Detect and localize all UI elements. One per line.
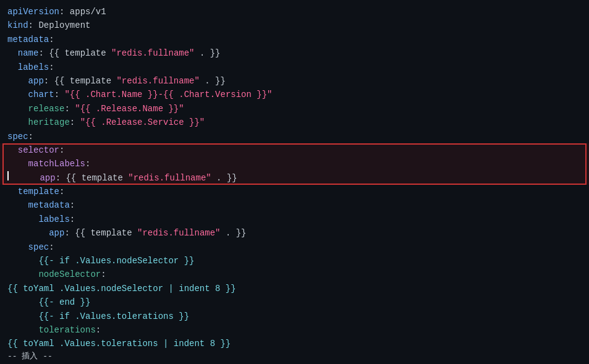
code-token: selector xyxy=(7,143,59,157)
code-line: {{ toYaml .Values.nodeSelector | indent … xyxy=(0,282,589,295)
code-token: : xyxy=(28,130,33,143)
code-token: . }} xyxy=(211,171,237,185)
code-token: : xyxy=(49,61,54,74)
code-token: spec xyxy=(7,240,49,254)
status-bar: -- 插入 -- xyxy=(0,349,589,364)
code-token: apps/v1 xyxy=(70,5,106,19)
code-line: apiVersion: apps/v1 xyxy=(0,5,589,19)
code-token: {{ template xyxy=(54,74,117,88)
code-token: {{ template xyxy=(75,226,137,240)
code-line: {{- end }} xyxy=(0,295,589,309)
code-token: Deployment xyxy=(38,19,90,32)
code-token: "redis.fullname" xyxy=(128,171,211,185)
code-line: kind: Deployment xyxy=(0,19,589,32)
code-token: : xyxy=(38,46,49,60)
code-token: : xyxy=(70,116,80,129)
code-token: metadata xyxy=(7,198,70,212)
code-token: : xyxy=(49,240,54,254)
code-token: nodeSelector xyxy=(7,268,101,281)
code-token: {{ template xyxy=(66,171,128,185)
code-token: "{{ .Release.Name }}" xyxy=(75,102,184,116)
code-token: : xyxy=(44,74,54,88)
code-token: tolerations xyxy=(7,323,96,337)
code-token: : xyxy=(101,268,106,281)
code-token: : xyxy=(59,5,70,19)
code-token: release xyxy=(7,102,64,116)
code-token: . }} xyxy=(220,226,246,240)
code-token: {{- if .Values.nodeSelector }} xyxy=(7,254,194,268)
code-line: spec: xyxy=(0,130,589,143)
code-token: chart xyxy=(7,88,54,101)
code-token: matchLabels xyxy=(7,157,85,171)
code-token: labels xyxy=(7,213,70,226)
code-token: : xyxy=(64,226,75,240)
code-line: {{- if .Values.nodeSelector }} xyxy=(0,254,589,268)
code-token: : xyxy=(70,198,75,212)
code-token: : xyxy=(85,157,90,171)
code-token: : xyxy=(64,102,75,116)
code-line: matchLabels: xyxy=(0,157,589,171)
code-token: {{ template xyxy=(49,46,111,60)
code-line: metadata: xyxy=(0,33,589,46)
code-token: "redis.fullname" xyxy=(137,226,220,240)
code-token: : xyxy=(49,33,54,46)
code-line: chart: "{{ .Chart.Name }}-{{ .Chart.Vers… xyxy=(0,88,589,101)
code-token: . }} xyxy=(200,74,226,88)
code-token: apiVersion xyxy=(7,5,59,19)
code-token: : xyxy=(59,185,64,198)
code-token: metadata xyxy=(7,33,49,46)
code-token: app xyxy=(7,74,44,88)
code-line: app: {{ template "redis.fullname" . }} xyxy=(0,74,589,88)
code-token: : xyxy=(56,171,66,185)
code-token: : xyxy=(70,213,75,226)
code-line: labels: xyxy=(0,61,589,74)
code-token: "{{ .Chart.Name }}-{{ .Chart.Version }}" xyxy=(64,88,272,101)
code-token: heritage xyxy=(7,116,70,129)
code-area: apiVersion: apps/v1kind: Deploymentmetad… xyxy=(0,5,589,364)
code-token: . }} xyxy=(194,46,220,60)
code-token: "{{ .Release.Service }}" xyxy=(80,116,205,129)
code-token: : xyxy=(54,88,65,101)
code-line: metadata: xyxy=(0,198,589,212)
code-line: app: {{ template "redis.fullname" . }} xyxy=(0,226,589,240)
code-token: : xyxy=(28,19,39,32)
code-line: {{- if .Values.tolerations }} xyxy=(0,310,589,323)
code-token: app xyxy=(9,171,56,185)
code-token: {{ toYaml .Values.nodeSelector | indent … xyxy=(7,282,236,295)
code-line: app: {{ template "redis.fullname" . }} xyxy=(0,171,589,185)
code-line: labels: xyxy=(0,213,589,226)
code-token: app xyxy=(7,226,64,240)
code-line: name: {{ template "redis.fullname" . }} xyxy=(0,46,589,60)
code-token: name xyxy=(7,46,38,60)
code-token: labels xyxy=(7,61,49,74)
code-line: heritage: "{{ .Release.Service }}" xyxy=(0,116,589,129)
code-token: "redis.fullname" xyxy=(111,46,194,60)
code-line: nodeSelector: xyxy=(0,268,589,281)
code-token: "redis.fullname" xyxy=(116,74,199,88)
status-text: -- 插入 -- xyxy=(7,350,53,363)
code-token: {{- if .Values.tolerations }} xyxy=(7,310,189,323)
code-token: : xyxy=(96,323,101,337)
code-line: tolerations: xyxy=(0,323,589,337)
code-line: selector: xyxy=(0,143,589,157)
code-editor[interactable]: apiVersion: apps/v1kind: Deploymentmetad… xyxy=(0,0,589,364)
code-line: release: "{{ .Release.Name }}" xyxy=(0,102,589,116)
code-token: template xyxy=(7,185,59,198)
code-line: template: xyxy=(0,185,589,198)
code-token: : xyxy=(59,143,64,157)
code-line: spec: xyxy=(0,240,589,254)
code-token: spec xyxy=(7,130,28,143)
code-token: {{- end }} xyxy=(7,295,90,309)
code-token: kind xyxy=(7,19,28,32)
